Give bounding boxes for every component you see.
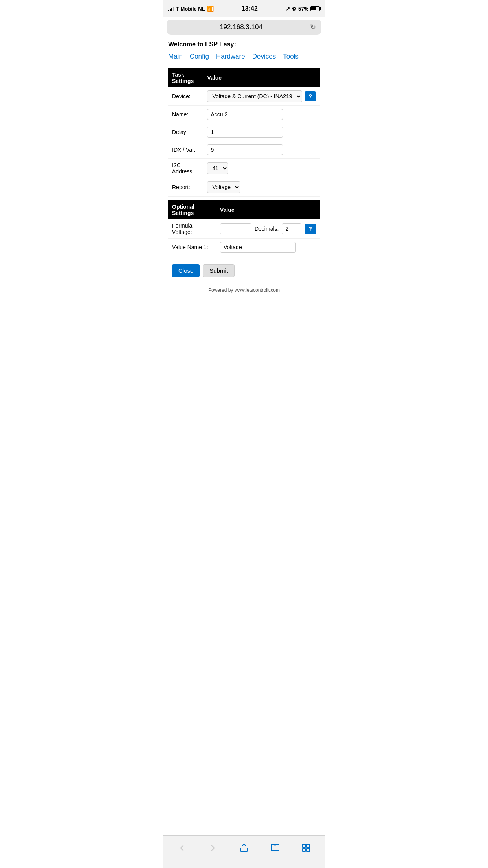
- device-select[interactable]: Voltage & Current (DC) - INA219: [207, 90, 302, 102]
- optional-settings-col1: Optional Settings: [168, 200, 216, 219]
- submit-button[interactable]: Submit: [203, 264, 235, 277]
- formula-voltage-label: Formula Voltage:: [168, 219, 216, 239]
- bluetooth-icon: ✿: [292, 6, 296, 12]
- nav-main[interactable]: Main: [168, 53, 183, 61]
- idxvar-label: IDX / Var:: [168, 141, 203, 159]
- table-row: Device: Voltage & Current (DC) - INA219 …: [168, 87, 320, 106]
- table-row: Value Name 1:: [168, 239, 320, 256]
- idxvar-value-cell: [203, 141, 320, 159]
- decimals-input[interactable]: [282, 223, 301, 234]
- task-settings-table: Task Settings Value Device: Voltage & Cu…: [168, 68, 320, 197]
- status-left: T-Mobile NL 📶: [168, 6, 214, 12]
- form-buttons: Close Submit: [168, 260, 320, 281]
- name-label: Name:: [168, 106, 203, 123]
- optional-settings-col2: Value: [216, 200, 320, 219]
- decimals-label: Decimals:: [255, 226, 279, 232]
- name-input[interactable]: [207, 109, 283, 120]
- close-button[interactable]: Close: [172, 264, 200, 277]
- name-value-cell: [203, 106, 320, 123]
- battery-icon: [310, 6, 320, 11]
- reload-button[interactable]: ↻: [310, 23, 316, 31]
- nav-config[interactable]: Config: [190, 53, 209, 61]
- table-row: I2C Address: 41: [168, 159, 320, 178]
- status-time: 13:42: [242, 5, 258, 12]
- formula-inline-wrapper: Decimals: ?: [220, 223, 316, 234]
- table-row: Formula Voltage: Decimals: ?: [168, 219, 320, 239]
- report-value-cell: Voltage: [203, 178, 320, 197]
- nav-tools[interactable]: Tools: [283, 53, 299, 61]
- value-name1-label: Value Name 1:: [168, 239, 216, 256]
- nav-links: Main Config Hardware Devices Tools: [168, 53, 320, 61]
- delay-input[interactable]: [207, 127, 283, 138]
- value-name1-cell: [216, 239, 320, 256]
- nav-hardware[interactable]: Hardware: [216, 53, 245, 61]
- value-name1-input[interactable]: [220, 242, 296, 253]
- device-select-wrapper: Voltage & Current (DC) - INA219 ?: [207, 90, 316, 102]
- device-help-button[interactable]: ?: [305, 91, 316, 101]
- welcome-text: Welcome to ESP Easy:: [168, 41, 320, 48]
- wifi-icon: 📶: [207, 6, 214, 12]
- optional-settings-table: Optional Settings Value Formula Voltage:…: [168, 200, 320, 256]
- signal-icon: [168, 6, 174, 11]
- nav-devices[interactable]: Devices: [252, 53, 276, 61]
- table-row: Delay:: [168, 123, 320, 141]
- url-text: 192.168.3.104: [172, 23, 310, 31]
- table-row: IDX / Var:: [168, 141, 320, 159]
- device-label: Device:: [168, 87, 203, 106]
- device-value-cell: Voltage & Current (DC) - INA219 ?: [203, 87, 320, 106]
- carrier-label: T-Mobile NL: [176, 6, 205, 12]
- table-row: Report: Voltage: [168, 178, 320, 197]
- location-icon: ↗: [286, 6, 290, 12]
- idxvar-input[interactable]: [207, 144, 283, 155]
- url-bar[interactable]: 192.168.3.104 ↻: [167, 20, 321, 35]
- page-content: Welcome to ESP Easy: Main Config Hardwar…: [163, 37, 325, 297]
- i2c-label: I2C Address:: [168, 159, 203, 178]
- table-row: Name:: [168, 106, 320, 123]
- battery-percent: 57%: [298, 6, 308, 12]
- decimals-help-button[interactable]: ?: [305, 224, 316, 234]
- i2c-address-select[interactable]: 41: [207, 162, 228, 174]
- report-select[interactable]: Voltage: [207, 181, 240, 193]
- task-settings-col2: Value: [203, 68, 320, 87]
- status-right: ↗ ✿ 57%: [286, 6, 320, 12]
- delay-value-cell: [203, 123, 320, 141]
- task-settings-col1: Task Settings: [168, 68, 203, 87]
- formula-voltage-input[interactable]: [220, 223, 251, 234]
- delay-label: Delay:: [168, 123, 203, 141]
- powered-by-text: Powered by www.letscontrolit.com: [168, 287, 320, 293]
- status-bar: T-Mobile NL 📶 13:42 ↗ ✿ 57%: [163, 0, 325, 17]
- i2c-value-cell: 41: [203, 159, 320, 178]
- formula-voltage-cell: Decimals: ?: [216, 219, 320, 239]
- report-label: Report:: [168, 178, 203, 197]
